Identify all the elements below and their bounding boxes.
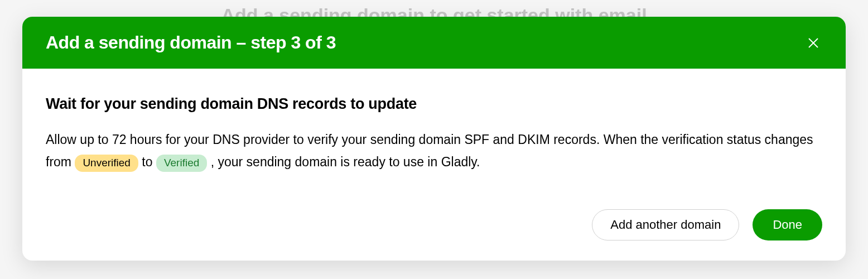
body-description: Allow up to 72 hours for your DNS provid… (46, 128, 822, 174)
status-badge-unverified: Unverified (75, 155, 138, 172)
add-another-domain-button[interactable]: Add another domain (592, 209, 739, 240)
done-button[interactable]: Done (753, 209, 822, 240)
status-badge-verified: Verified (156, 155, 207, 172)
body-heading: Wait for your sending domain DNS records… (46, 95, 822, 113)
modal-footer: Add another domain Done (22, 194, 846, 261)
body-text-part-2: to (142, 155, 156, 169)
modal-title: Add a sending domain – step 3 of 3 (46, 32, 336, 53)
modal-dialog: Add a sending domain – step 3 of 3 Wait … (22, 17, 846, 261)
close-button[interactable] (804, 34, 822, 52)
body-text-part-3: , your sending domain is ready to use in… (211, 155, 480, 169)
modal-header: Add a sending domain – step 3 of 3 (22, 17, 846, 69)
modal-body: Wait for your sending domain DNS records… (22, 69, 846, 194)
close-icon (807, 36, 820, 50)
